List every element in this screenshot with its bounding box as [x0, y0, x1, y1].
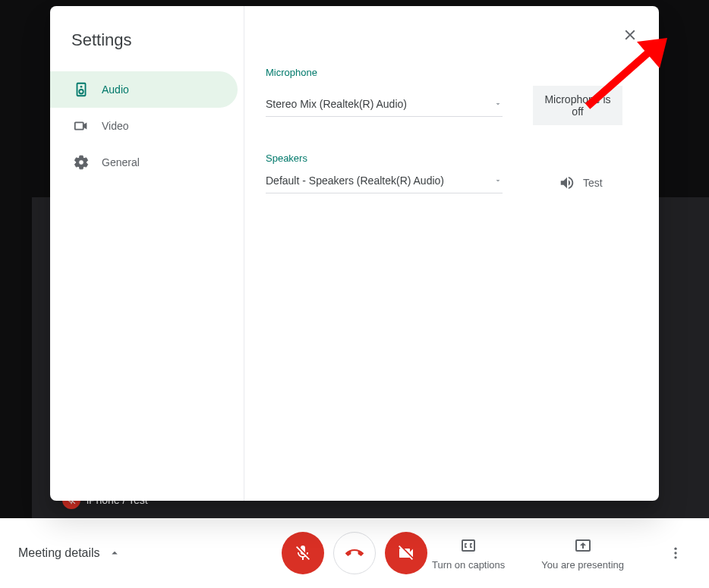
- camera-off-button[interactable]: [385, 532, 427, 574]
- volume-icon: [559, 175, 575, 191]
- bottom-bar: Meeting details Turn on captions You are…: [0, 518, 709, 588]
- settings-content: Microphone Stereo Mix (Realtek(R) Audio)…: [244, 6, 659, 501]
- more-options-button[interactable]: [660, 538, 691, 568]
- microphone-selected: Stereo Mix (Realtek(R) Audio): [266, 98, 407, 110]
- chevron-up-icon: [108, 546, 121, 560]
- present-label: You are presenting: [541, 559, 624, 571]
- mute-mic-button[interactable]: [282, 532, 324, 574]
- speaker-icon: [73, 81, 90, 98]
- dropdown-icon: [493, 176, 503, 185]
- svg-point-1: [674, 552, 676, 554]
- close-button[interactable]: [615, 20, 645, 50]
- settings-sidebar: Settings Audio Video General: [50, 6, 244, 501]
- close-icon: [622, 27, 638, 43]
- svg-rect-6: [75, 122, 84, 129]
- nav-general-label: General: [102, 156, 140, 168]
- svg-point-2: [674, 556, 676, 558]
- nav-item-general[interactable]: General: [50, 144, 238, 181]
- dropdown-icon: [493, 99, 503, 108]
- captions-label: Turn on captions: [432, 559, 505, 571]
- speakers-label: Speakers: [266, 153, 638, 164]
- nav-item-audio[interactable]: Audio: [50, 71, 238, 108]
- gear-icon: [73, 154, 90, 171]
- present-button[interactable]: You are presenting: [541, 536, 624, 571]
- camera-off-icon: [397, 544, 415, 562]
- microphone-select[interactable]: Stereo Mix (Realtek(R) Audio): [266, 95, 503, 117]
- mic-off-icon: [294, 544, 312, 562]
- speakers-select[interactable]: Default - Speakers (Realtek(R) Audio): [266, 171, 503, 193]
- call-controls: [282, 532, 427, 574]
- test-speakers-button[interactable]: Test: [559, 175, 603, 191]
- hangup-button[interactable]: [333, 532, 376, 574]
- microphone-label: Microphone: [266, 67, 638, 78]
- phone-hangup-icon: [345, 544, 364, 562]
- meeting-details-label: Meeting details: [18, 546, 100, 560]
- captions-icon: [459, 536, 477, 555]
- meeting-details-button[interactable]: Meeting details: [18, 546, 121, 560]
- settings-modal: Settings Audio Video General Microphone …: [50, 6, 659, 501]
- test-label: Test: [583, 177, 603, 189]
- nav-audio-label: Audio: [102, 83, 129, 96]
- more-vert-icon: [668, 546, 683, 561]
- present-icon: [574, 536, 592, 555]
- speakers-selected: Default - Speakers (Realtek(R) Audio): [266, 175, 444, 187]
- svg-point-5: [79, 90, 84, 94]
- captions-button[interactable]: Turn on captions: [432, 536, 505, 571]
- microphone-status: Microphone is off: [533, 86, 622, 125]
- nav-item-video[interactable]: Video: [50, 108, 238, 144]
- right-controls: Turn on captions You are presenting: [432, 536, 691, 571]
- video-icon: [73, 118, 90, 134]
- nav-video-label: Video: [102, 120, 129, 132]
- svg-point-4: [80, 86, 83, 88]
- settings-title: Settings: [50, 24, 244, 71]
- svg-point-0: [674, 548, 676, 550]
